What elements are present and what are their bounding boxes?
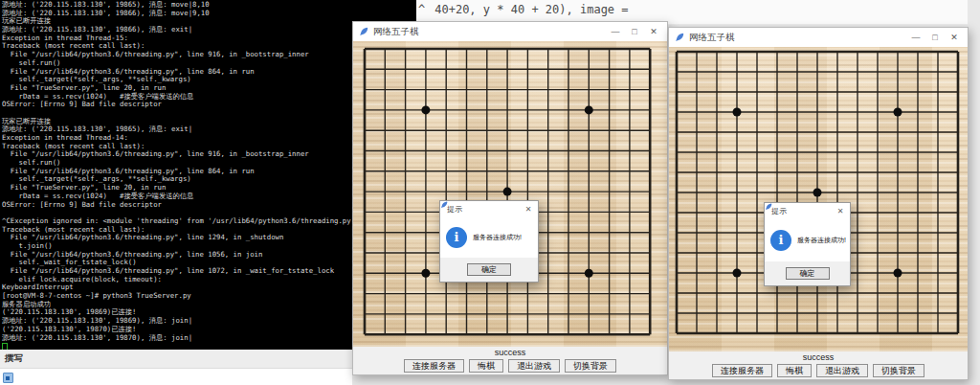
exit-game-button[interactable]: 退出游戏 <box>508 359 560 373</box>
minimize-button[interactable]: — <box>606 22 625 41</box>
close-button[interactable]: ✕ <box>945 28 964 47</box>
message-dialog: 提示 ✕ i 服务器连接成功! 确定 <box>764 202 851 286</box>
terminal-cursor <box>2 343 8 350</box>
window-title: 网络五子棋 <box>689 32 906 44</box>
gomoku-board[interactable] <box>669 47 968 351</box>
window-title: 网络五子棋 <box>373 26 606 38</box>
maximize-button[interactable]: □ <box>625 22 644 41</box>
gomoku-window-2: 网络五子棋 — □ ✕ 提示 ✕ i 服务器连接成功! <box>668 27 969 380</box>
gomoku-board[interactable] <box>353 41 667 347</box>
tk-feather-icon <box>675 29 684 46</box>
info-icon: i <box>770 230 791 251</box>
tk-feather-icon <box>359 23 368 40</box>
dialog-close-icon[interactable]: ✕ <box>835 207 846 215</box>
dialog-title: 提示 <box>771 206 835 216</box>
switch-background-button[interactable]: 切换背景 <box>873 364 924 377</box>
board-star-point <box>733 108 742 117</box>
desktop: ^ 40+20, y * 40 + 20), image = 源地址: ('22… <box>0 0 980 385</box>
board-star-point <box>813 189 822 197</box>
dialog-titlebar[interactable]: 提示 ✕ <box>765 203 850 218</box>
editor-caret: ^ <box>418 3 425 16</box>
game-toolbar: 连接服务器 悔棋 退出游戏 切换背景 <box>669 364 968 379</box>
ok-button[interactable]: 确定 <box>786 267 830 280</box>
info-icon: i <box>446 227 467 248</box>
undo-move-button[interactable]: 悔棋 <box>469 359 503 373</box>
dialog-close-icon[interactable]: ✕ <box>523 205 534 214</box>
board-canvas[interactable]: 提示 ✕ i 服务器连接成功! 确定 <box>353 41 667 347</box>
exit-game-button[interactable]: 退出游戏 <box>816 364 868 377</box>
compose-label: 撰写 <box>5 352 23 365</box>
board-star-point <box>421 269 430 278</box>
compose-bar: 撰写 <box>0 350 352 369</box>
board-canvas[interactable]: 提示 ✕ i 服务器连接成功! 确定 <box>669 47 968 351</box>
game-toolbar: 连接服务器 悔棋 退出游戏 切换背景 <box>353 359 667 374</box>
dialog-title: 提示 <box>447 204 523 215</box>
compose-app-icon[interactable] <box>3 373 13 383</box>
dialog-footer: 确定 <box>440 258 538 282</box>
ok-button[interactable]: 确定 <box>467 263 511 276</box>
status-label: success <box>669 351 968 364</box>
connect-server-button[interactable]: 连接服务器 <box>404 359 464 373</box>
dialog-body: i 服务器连接成功! <box>440 216 538 258</box>
maximize-button[interactable]: □ <box>925 28 945 47</box>
dialog-body: i 服务器连接成功! <box>765 218 850 261</box>
undo-move-button[interactable]: 悔棋 <box>777 364 812 377</box>
board-star-point <box>894 269 902 278</box>
compose-toolbar <box>0 369 352 385</box>
dialog-message: 服务器连接成功! <box>473 233 522 242</box>
minimize-button[interactable]: — <box>906 28 925 47</box>
gomoku-window-1: 网络五子棋 — □ ✕ 提示 ✕ i 服务器连接成功! <box>352 21 668 375</box>
board-star-point <box>421 105 430 114</box>
dialog-titlebar[interactable]: 提示 ✕ <box>440 201 538 216</box>
status-label: success <box>353 347 667 359</box>
board-star-point <box>585 105 593 114</box>
close-button[interactable]: ✕ <box>644 22 663 41</box>
terminal-line: 源地址: ('220.115.183.130', 19866), 消息: mov… <box>2 10 416 18</box>
board-star-point <box>503 188 512 196</box>
titlebar[interactable]: 网络五子棋 — □ ✕ <box>353 22 667 41</box>
board-star-point <box>733 269 742 278</box>
switch-background-button[interactable]: 切换背景 <box>565 359 616 373</box>
message-dialog: 提示 ✕ i 服务器连接成功! 确定 <box>439 200 539 283</box>
titlebar[interactable]: 网络五子棋 — □ ✕ <box>669 28 968 47</box>
board-star-point <box>585 269 593 278</box>
editor-code-line: 40+20, y * 40 + 20), image = <box>434 3 628 16</box>
board-star-point <box>894 108 902 117</box>
dialog-footer: 确定 <box>765 261 850 285</box>
connect-server-button[interactable]: 连接服务器 <box>712 364 772 377</box>
dialog-message: 服务器连接成功! <box>797 236 846 245</box>
